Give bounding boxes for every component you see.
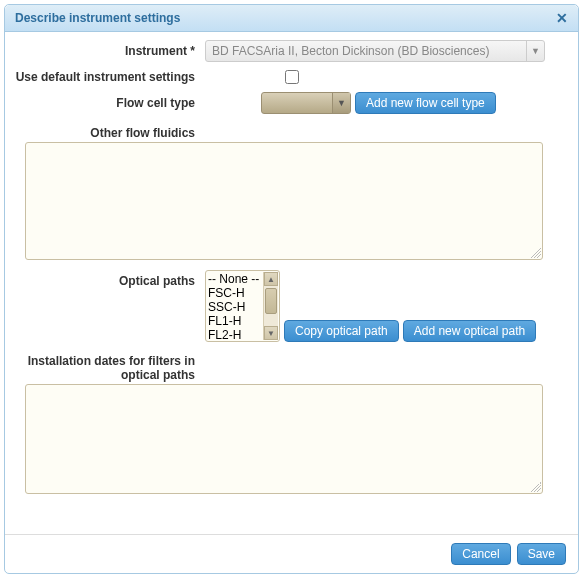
scroll-thumb[interactable] [265, 288, 277, 314]
instrument-select[interactable]: BD FACSAria II, Becton Dickinson (BD Bio… [205, 40, 545, 62]
scroll-up-icon[interactable]: ▲ [264, 272, 278, 286]
list-item[interactable]: -- None -- [208, 272, 262, 286]
scroll-track[interactable] [264, 286, 278, 326]
dialog-titlebar: Describe instrument settings ✕ [5, 5, 578, 32]
label-instrument: Instrument * [15, 40, 205, 58]
dialog: Describe instrument settings ✕ Instrumen… [4, 4, 579, 574]
dialog-content: Instrument * BD FACSAria II, Becton Dick… [5, 32, 578, 534]
scroll-down-icon[interactable]: ▼ [264, 326, 278, 340]
list-item[interactable]: SSC-H [208, 300, 262, 314]
add-flow-cell-type-button[interactable]: Add new flow cell type [355, 92, 496, 114]
row-install-dates-label: Installation dates for filters in optica… [15, 350, 558, 382]
add-optical-path-button[interactable]: Add new optical path [403, 320, 536, 342]
chevron-down-icon: ▼ [332, 93, 350, 113]
label-flow-cell-type: Flow cell type [15, 92, 205, 110]
install-dates-wrap [25, 384, 543, 494]
other-fluidics-textarea[interactable] [25, 142, 543, 260]
label-optical-paths: Optical paths [15, 270, 205, 288]
label-other-fluidics: Other flow fluidics [15, 122, 205, 140]
install-dates-textarea[interactable] [25, 384, 543, 494]
row-instrument: Instrument * BD FACSAria II, Becton Dick… [15, 40, 558, 62]
dialog-button-bar: Cancel Save [5, 534, 578, 573]
use-default-checkbox[interactable] [285, 70, 299, 84]
row-optical-paths: Optical paths -- None -- FSC-H SSC-H FL1… [15, 270, 558, 342]
save-button[interactable]: Save [517, 543, 566, 565]
row-use-default: Use default instrument settings [15, 70, 558, 84]
list-item[interactable]: FSC-H [208, 286, 262, 300]
label-install-dates: Installation dates for filters in optica… [15, 350, 205, 382]
row-other-fluidics-label: Other flow fluidics [15, 122, 558, 140]
chevron-down-icon: ▼ [526, 41, 544, 61]
close-icon[interactable]: ✕ [556, 11, 568, 25]
cancel-button[interactable]: Cancel [451, 543, 510, 565]
label-use-default: Use default instrument settings [15, 70, 205, 84]
list-item[interactable]: FL2-H [208, 328, 262, 342]
other-fluidics-wrap [25, 142, 543, 260]
listbox-scrollbar[interactable]: ▲ ▼ [263, 272, 278, 340]
flow-cell-type-select[interactable]: ▼ [261, 92, 351, 114]
row-flow-cell-type: Flow cell type ▼ Add new flow cell type [15, 92, 558, 114]
dialog-title: Describe instrument settings [15, 11, 180, 25]
optical-paths-listbox[interactable]: -- None -- FSC-H SSC-H FL1-H FL2-H ▲ ▼ [205, 270, 280, 342]
list-item[interactable]: FL1-H [208, 314, 262, 328]
copy-optical-path-button[interactable]: Copy optical path [284, 320, 399, 342]
instrument-select-value: BD FACSAria II, Becton Dickinson (BD Bio… [212, 44, 489, 58]
optical-paths-items: -- None -- FSC-H SSC-H FL1-H FL2-H [206, 271, 264, 342]
